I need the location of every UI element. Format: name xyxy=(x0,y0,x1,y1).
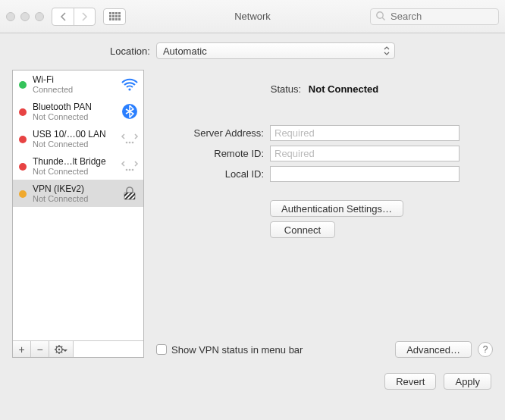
local-id-input[interactable] xyxy=(270,166,460,182)
back-button[interactable] xyxy=(52,8,74,25)
sidebar-actions: + − xyxy=(13,340,143,357)
apply-button[interactable]: Apply xyxy=(444,373,491,390)
svg-line-20 xyxy=(61,351,61,352)
connect-button[interactable]: Connect xyxy=(270,221,335,238)
remote-id-input[interactable] xyxy=(270,146,460,161)
zoom-dot[interactable] xyxy=(35,12,44,21)
connection-buttons: Authentication Settings… Connect xyxy=(270,200,493,238)
service-sidebar: Wi-FiConnectedBluetooth PANNot Connected… xyxy=(12,70,144,358)
show-all-button[interactable] xyxy=(103,8,126,25)
status-dot xyxy=(19,190,27,198)
service-item[interactable]: USB 10/…00 LANNot Connected xyxy=(13,125,143,152)
chevron-updown-icon xyxy=(384,46,390,55)
status-label: Status: xyxy=(271,83,301,95)
nav-buttons xyxy=(52,8,96,26)
search-wrap xyxy=(370,8,499,25)
service-status: Not Connected xyxy=(33,167,114,176)
footer: Revert Apply xyxy=(0,365,505,400)
search-input[interactable] xyxy=(370,8,499,25)
checkbox-box xyxy=(156,344,167,355)
remote-id-row: Remote ID: xyxy=(156,146,493,161)
status-dot xyxy=(19,136,27,143)
svg-point-8 xyxy=(129,169,131,171)
server-address-row: Server Address: xyxy=(156,125,493,141)
service-item[interactable]: Wi-FiConnected xyxy=(13,71,143,98)
ethernet-icon xyxy=(121,130,139,147)
status-value: Not Connected xyxy=(309,83,378,95)
svg-rect-11 xyxy=(124,193,135,199)
help-button[interactable]: ? xyxy=(478,342,493,357)
server-address-label: Server Address: xyxy=(156,127,270,139)
service-status: Not Connected xyxy=(33,139,114,149)
service-item[interactable]: Bluetooth PANNot Connected xyxy=(13,98,143,125)
remove-service-button[interactable]: − xyxy=(31,341,49,357)
location-label: Location: xyxy=(110,45,150,57)
service-status: Not Connected xyxy=(33,112,114,121)
forward-button[interactable] xyxy=(74,8,95,25)
service-status: Connected xyxy=(33,85,114,94)
wifi-icon xyxy=(121,76,139,92)
remote-id-label: Remote ID: xyxy=(156,148,270,159)
server-address-input[interactable] xyxy=(270,125,460,141)
ethernet-icon xyxy=(121,158,139,174)
service-list: Wi-FiConnectedBluetooth PANNot Connected… xyxy=(13,71,143,340)
close-dot[interactable] xyxy=(6,12,15,21)
svg-point-2 xyxy=(128,88,130,90)
service-name: Bluetooth PAN xyxy=(33,102,114,112)
detail-bottom-bar: Show VPN status in menu bar Advanced… ? xyxy=(156,335,493,358)
advanced-button[interactable]: Advanced… xyxy=(395,341,472,358)
status-dot xyxy=(19,108,27,116)
service-action-menu[interactable] xyxy=(49,341,74,357)
service-item[interactable]: Thunde…lt BridgeNot Connected xyxy=(13,152,143,180)
status-dot xyxy=(19,81,27,89)
service-name: USB 10/…00 LAN xyxy=(33,129,114,139)
svg-line-21 xyxy=(55,351,56,352)
status-dot xyxy=(19,163,27,171)
svg-point-0 xyxy=(377,11,383,17)
detail-panel: Status: Not Connected Server Address: Re… xyxy=(156,70,493,358)
revert-button[interactable]: Revert xyxy=(384,373,436,390)
service-name: Thunde…lt Bridge xyxy=(33,156,114,167)
svg-point-7 xyxy=(126,169,128,171)
svg-point-14 xyxy=(58,348,59,349)
svg-line-1 xyxy=(382,17,384,20)
svg-point-4 xyxy=(126,142,128,144)
local-id-row: Local ID: xyxy=(156,166,493,182)
service-name: Wi-Fi xyxy=(33,74,114,85)
show-vpn-checkbox[interactable]: Show VPN status in menu bar xyxy=(156,344,303,356)
svg-line-19 xyxy=(55,346,56,346)
svg-point-9 xyxy=(132,169,134,171)
svg-point-5 xyxy=(129,142,131,144)
search-icon xyxy=(375,11,386,24)
location-value: Automatic xyxy=(163,45,207,57)
location-select[interactable]: Automatic xyxy=(156,42,395,59)
local-id-label: Local ID: xyxy=(156,168,270,180)
service-item[interactable]: VPN (IKEv2)Not Connected xyxy=(13,180,143,207)
svg-line-22 xyxy=(61,346,61,346)
location-row: Location: Automatic xyxy=(0,33,505,70)
status-line: Status: Not Connected xyxy=(156,70,493,125)
service-name: VPN (IKEv2) xyxy=(33,183,114,194)
vpn-lock-icon xyxy=(121,185,139,202)
show-vpn-label: Show VPN status in menu bar xyxy=(171,344,303,356)
traffic-lights xyxy=(6,12,44,21)
service-status: Not Connected xyxy=(33,194,114,203)
minimize-dot[interactable] xyxy=(20,12,30,21)
auth-settings-button[interactable]: Authentication Settings… xyxy=(270,200,403,217)
svg-point-6 xyxy=(132,142,134,144)
titlebar: Network xyxy=(0,0,505,33)
grid-icon xyxy=(109,12,121,20)
bluetooth-icon xyxy=(121,103,139,120)
add-service-button[interactable]: + xyxy=(13,341,31,357)
